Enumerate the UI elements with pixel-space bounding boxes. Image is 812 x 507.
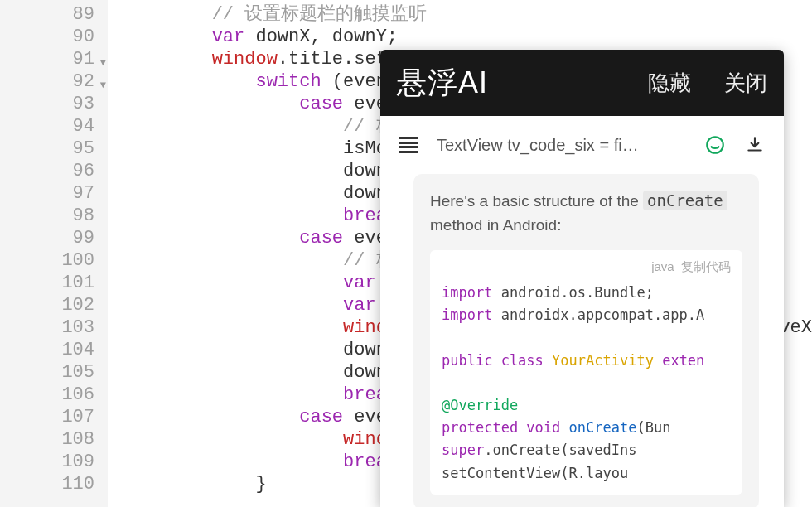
copy-code-button[interactable]: 复制代码 bbox=[681, 259, 731, 273]
line-number: 90 bbox=[0, 26, 94, 48]
close-button[interactable]: 关闭 bbox=[724, 69, 767, 98]
floating-titlebar[interactable]: 悬浮AI 隐藏 关闭 bbox=[380, 50, 784, 116]
download-icon[interactable] bbox=[744, 134, 766, 156]
code-lang-label: java bbox=[651, 259, 674, 273]
code-block-content: import android.os.Bundle;import androidx… bbox=[442, 282, 731, 485]
line-number: 106 bbox=[0, 384, 94, 406]
line-number: 110 bbox=[0, 473, 94, 495]
menu-icon[interactable] bbox=[399, 137, 418, 153]
line-number: 93 bbox=[0, 93, 94, 115]
line-number: 108 bbox=[0, 428, 94, 451]
line-gutter: 899091▼92▼939495969798991001011021031041… bbox=[0, 0, 108, 507]
floating-ai-window[interactable]: 悬浮AI 隐藏 关闭 TextView tv_code_six = fi… He… bbox=[380, 50, 784, 507]
assistant-message: Here's a basic structure of the onCreate… bbox=[413, 174, 759, 507]
code-block: java 复制代码 import android.os.Bundle;impor… bbox=[430, 250, 742, 495]
line-number: 103 bbox=[0, 316, 94, 339]
line-number: 100 bbox=[0, 249, 94, 272]
inline-code: onCreate bbox=[643, 191, 727, 210]
line-number: 95 bbox=[0, 138, 94, 160]
tab-title[interactable]: TextView tv_code_six = fi… bbox=[437, 136, 686, 155]
code-line[interactable]: // 设置标题栏的触摸监听 bbox=[124, 3, 812, 26]
line-number: 89 bbox=[0, 3, 94, 26]
line-number: 107 bbox=[0, 406, 94, 428]
line-number: 92▼ bbox=[0, 70, 94, 93]
line-number: 97 bbox=[0, 182, 94, 205]
line-number: 91▼ bbox=[0, 48, 94, 70]
line-number: 109 bbox=[0, 451, 94, 473]
line-number: 101 bbox=[0, 272, 94, 294]
floating-body[interactable]: Here's a basic structure of the onCreate… bbox=[380, 174, 784, 507]
line-number: 94 bbox=[0, 115, 94, 138]
fold-marker-icon[interactable]: ▼ bbox=[100, 75, 106, 97]
line-number: 98 bbox=[0, 205, 94, 227]
floating-title: 悬浮AI bbox=[397, 63, 615, 104]
code-line[interactable]: var downX, downY; bbox=[124, 26, 812, 48]
hide-button[interactable]: 隐藏 bbox=[648, 69, 691, 98]
chat-icon[interactable] bbox=[704, 134, 726, 156]
code-block-header: java 复制代码 bbox=[442, 257, 731, 277]
line-number: 99 bbox=[0, 227, 94, 249]
line-number: 105 bbox=[0, 361, 94, 384]
message-intro-text-2: method in Android: bbox=[430, 216, 561, 234]
floating-toolbar: TextView tv_code_six = fi… bbox=[380, 116, 784, 174]
line-number: 102 bbox=[0, 294, 94, 316]
fold-marker-icon[interactable]: ▼ bbox=[100, 52, 106, 75]
line-number: 104 bbox=[0, 339, 94, 361]
overflow-code-fragment: veX bbox=[779, 316, 812, 339]
svg-point-0 bbox=[707, 137, 723, 153]
message-intro-text: Here's a basic structure of the bbox=[430, 192, 639, 210]
line-number: 96 bbox=[0, 160, 94, 182]
